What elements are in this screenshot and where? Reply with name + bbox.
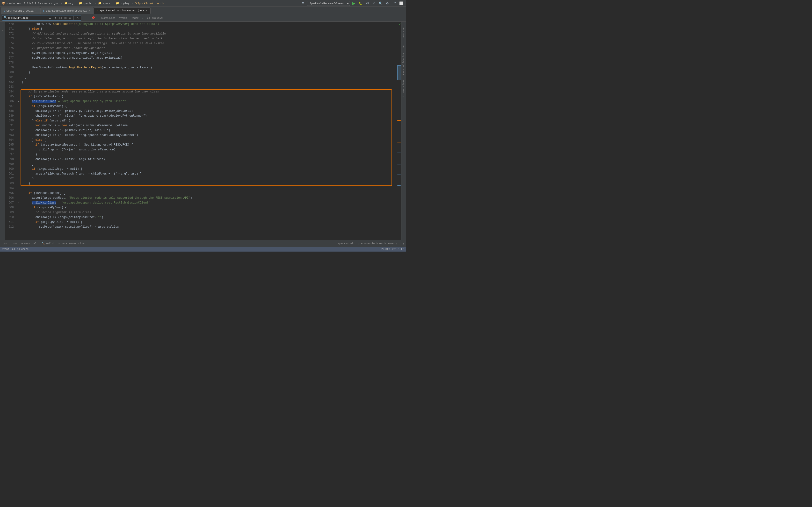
table-row: 593 childArgs += ("--class", "org.apache… <box>5 133 397 137</box>
scroll-mark-4 <box>397 164 401 164</box>
table-row: 595 if (args.primaryResource != SparkLau… <box>5 143 397 147</box>
maximize-button[interactable]: ⬜ <box>398 1 404 6</box>
search-next-button[interactable]: ▼ <box>53 16 57 20</box>
scroll-mark-5 <box>397 175 401 175</box>
build-icon: 🔨 <box>41 242 45 245</box>
status-bar: Event Log 14 chars 224:23 UTF-8 LF <box>0 247 406 251</box>
table-row: 575 // properties and then loaded by Spa… <box>5 46 397 51</box>
line-ending-status[interactable]: LF <box>401 248 404 250</box>
search-everywhere-button[interactable]: 🔍 <box>378 1 384 6</box>
table-row: 573 // for later use; e.g. in spark sql,… <box>5 36 397 41</box>
table-row: 578 <box>5 60 397 65</box>
tab-sparksubmit[interactable]: S SparkSubmit.scala × <box>1 7 40 14</box>
table-row: 600 if (args.childArgs != null) { <box>5 167 397 171</box>
search-multiline-button[interactable]: ⊞ <box>63 16 67 20</box>
tab-close-0[interactable]: × <box>35 9 37 12</box>
terminal-icon: ⊞ <box>21 242 23 245</box>
run-config-selector[interactable]: SparkKafkaReceiverDStream <box>307 1 350 6</box>
table-row: 604 <box>5 186 397 191</box>
todo-icon: ☑ <box>3 242 5 245</box>
breadcrumb-deploy[interactable]: 📁 deploy <box>116 2 130 5</box>
table-row: 571 } else { <box>5 26 397 32</box>
search-icon: 🔍 <box>4 16 7 19</box>
tab-sparksubmitoptionparser[interactable]: J SparkSubmitOptionParser.java × <box>94 7 150 14</box>
table-row: 591 val mainFile = new Path(args.primary… <box>5 123 397 128</box>
bean-validation-panel-label[interactable]: Bean Validation <box>402 52 406 76</box>
tab-close-2[interactable]: × <box>146 9 148 12</box>
bottom-bar: ☑ 6: TODO ⊞ Terminal 🔨 Build ☕ Java Ente… <box>0 240 406 247</box>
search-close-button[interactable]: ✕ <box>75 16 80 20</box>
settings2-button[interactable]: ⚙ <box>385 1 390 6</box>
folder-icon: 📁 <box>79 2 82 5</box>
table-row: 592 childArgs += ("--primary-r-file", ma… <box>5 128 397 133</box>
search-prev-button[interactable]: ▲ <box>48 16 52 20</box>
scroll-mark-1 <box>397 120 401 121</box>
side-panel-right: Database Ant Bean Validation 2: Favorite… <box>401 22 406 240</box>
breadcrumb-file[interactable]: S SparkSubmit.scala <box>135 2 164 5</box>
class-name-status[interactable]: SparkSubmit <box>337 242 355 245</box>
scroll-mark-3 <box>397 153 401 153</box>
structure-icon[interactable]: S <box>2 30 3 33</box>
scroll-mark-6 <box>397 185 401 186</box>
terminal-button[interactable]: ⊞ Terminal <box>20 241 38 245</box>
search-highlight-button[interactable]: ☐ <box>58 16 63 20</box>
build-button[interactable]: 🔨 Build <box>40 241 55 245</box>
project-icon[interactable]: P <box>2 24 3 26</box>
table-row: 590 } else if (args.isR) { <box>5 118 397 123</box>
bottom-right: SparkSubmit prepareSubmitEnvironment(...… <box>337 242 404 245</box>
table-row: 598 childArgs += ("--class", args.mainCl… <box>5 157 397 162</box>
scala-tab-icon2: S <box>43 9 45 12</box>
coverage-button[interactable]: ☑ <box>371 1 376 6</box>
table-row: 581 } <box>5 75 397 80</box>
favorites-panel-label[interactable]: 2: Favorites <box>402 79 406 98</box>
search-input-wrap: 🔍 childMainClass ▲ ▼ ☐ ⊞ ≡ ✕ <box>2 15 81 20</box>
table-row: 597 } <box>5 152 397 157</box>
top-bar: 📦 spark-core_2.11-2.2.0-sources.jar › 📁 … <box>0 0 406 7</box>
debug-button[interactable]: 🐛 <box>358 1 363 6</box>
right-gutter: ✓ <box>397 22 401 240</box>
tab-sparksubmitargs[interactable]: S SparkSubmitArguments.scala × <box>40 7 94 14</box>
cursor-position[interactable]: 224:23 <box>382 248 390 250</box>
words-button[interactable]: Words <box>118 16 129 20</box>
search-filter-button[interactable]: ≡ <box>68 16 71 20</box>
regex-help-button[interactable]: ? <box>141 16 144 20</box>
table-row: 611 if (args.pyFiles != null) { <box>5 220 397 225</box>
table-row: 574 // to HiveMetastore will use these s… <box>5 41 397 46</box>
java-enterprise-button[interactable]: ☕ Java Enterprise <box>57 241 86 245</box>
validation-ok-icon: ✓ <box>399 22 401 26</box>
folder-icon: 📁 <box>116 2 119 5</box>
code-scroll[interactable]: 570 throw new SparkException(s"Keytab fi… <box>5 22 397 240</box>
vcs-button[interactable]: ⎇ <box>391 1 397 6</box>
table-row: 583 <box>5 84 397 89</box>
encoding-status[interactable]: UTF-8 <box>392 248 399 250</box>
replace-toggle[interactable]: ↔ <box>85 16 90 20</box>
method-name-status[interactable]: prepareSubmitEnvironment(...) <box>358 242 404 245</box>
table-row: 605 if (isMesosCluster) { <box>5 191 397 195</box>
chars-status: 14 chars <box>17 248 29 250</box>
table-row: 577 sysProps.put("spark.yarn.principal",… <box>5 56 397 60</box>
match-case-button[interactable]: Match Case <box>100 16 117 20</box>
search-input[interactable]: childMainClass <box>8 16 47 19</box>
regex-button[interactable]: Regex <box>129 16 140 20</box>
breadcrumb-spark[interactable]: 📁 spark <box>98 2 110 5</box>
table-row: 608 if (args.isPython) { <box>5 205 397 210</box>
settings-btn[interactable]: ⚙ <box>301 1 305 6</box>
breadcrumb-apache[interactable]: 📁 apache <box>79 2 93 5</box>
tab-close-1[interactable]: × <box>89 9 91 12</box>
table-row: 602 } <box>5 176 397 181</box>
run-button[interactable]: ▶ <box>351 0 356 6</box>
database-panel-label[interactable]: Database <box>402 26 406 40</box>
java-icon: ☕ <box>58 242 60 245</box>
table-row: 596 childArgs += ("--jar", args.primaryR… <box>5 147 397 152</box>
table-row: 606 assert(args.useRest, "Mesos cluster … <box>5 195 397 201</box>
breadcrumb-jar[interactable]: 📦 spark-core_2.11-2.2.0-sources.jar <box>2 2 59 5</box>
ant-panel-label[interactable]: Ant <box>402 43 406 49</box>
event-log-button[interactable]: Event Log <box>2 248 15 250</box>
scroll-mark-2 <box>397 142 401 143</box>
scroll-position-indicator[interactable] <box>397 65 401 80</box>
todo-button[interactable]: ☑ 6: TODO <box>2 241 18 245</box>
pin-button[interactable]: 📌 <box>91 16 96 20</box>
scala-tab-icon: S <box>4 9 5 12</box>
profile-button[interactable]: ⏱ <box>365 1 370 6</box>
breadcrumb-org[interactable]: 📁 org <box>64 2 73 5</box>
